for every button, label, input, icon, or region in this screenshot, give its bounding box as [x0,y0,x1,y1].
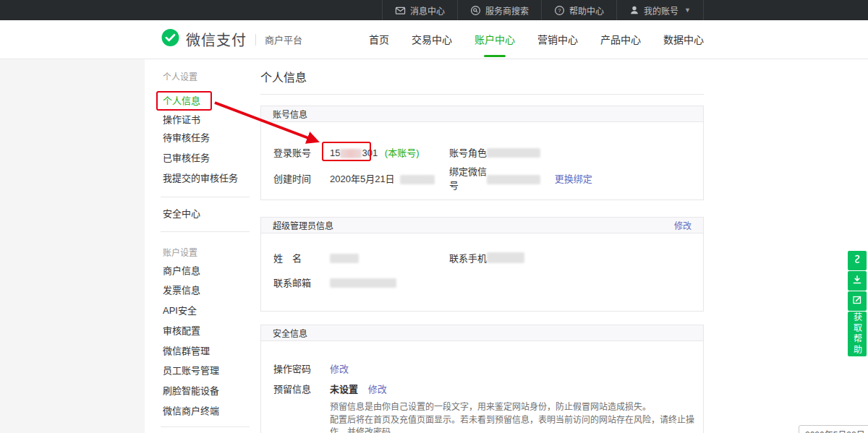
account-role-redacted [487,148,540,158]
sidebar-item-staff-account-mgmt[interactable]: 员工账号管理 [163,361,250,380]
page-body: 个人设置 个人信息 操作证书 待审核任务 已审核任务 我提交的审核任务 安全中心… [0,59,868,433]
sidebar-item-review-config[interactable]: 审核配置 [163,321,250,340]
admin-email-redacted [330,278,396,288]
sidebar-item-operation-certificate[interactable]: 操作证书 [163,110,250,129]
security-section-title: 安全信息 [273,327,307,339]
current-account-note: (本账号) [385,147,420,158]
super-admin-section-title: 超级管理员信息 [273,219,333,231]
created-time-label: 创建时间 [273,171,330,185]
created-time-value: 2020年5月21日 [330,173,395,184]
bound-wechat-redacted [487,175,540,184]
nav-home[interactable]: 首页 [369,33,389,47]
account-info-section: 账号信息 登录账号 15301 (本账号) 账号角色 创建时间 2020年5月2… [260,106,704,200]
sidebar-group-personal-settings: 个人设置 [163,70,250,85]
download-button[interactable] [848,271,867,291]
search-icon [470,5,481,16]
reserve-info-description: 预留信息是由你自己设置的一段文字，用来鉴定网站身份，防止假冒网站造成损失。 配置… [261,401,703,433]
nav-transaction-center[interactable]: 交易中心 [412,33,452,47]
reserve-info-label: 预留信息 [273,382,330,395]
sidebar-item-wechat-group-mgmt[interactable]: 微信群管理 [163,341,250,361]
nav-product-center[interactable]: 产品中心 [600,33,641,47]
account-info-section-title: 账号信息 [273,108,307,120]
admin-name-redacted [330,254,359,263]
sidebar-item-personal-info[interactable]: 个人信息 [163,91,250,111]
reserve-status: 未设置 [330,384,358,395]
sidebar-item-face-smart-device[interactable]: 刷脸智能设备 [163,381,250,400]
title-divider [260,94,704,95]
login-account-redacted [340,149,362,158]
message-center-link[interactable]: 消息中心 [382,0,457,20]
security-row-password: 操作密码 修改 [261,358,703,378]
account-row-created: 创建时间 2020年5月21日 绑定微信号 更换绑定 [261,164,703,188]
admin-phone-label: 联系手机 [449,251,487,265]
message-center-label: 消息中心 [410,4,445,17]
date-tooltip: 2020年5月22日 [799,425,868,433]
my-account-menu[interactable]: 我的账号 ▼ [616,0,704,20]
reserve-desc-line-2: 配置后将在首页及充值页面显示。若未看到预留信息，表明当前访问的网站存在风险，请终… [330,414,703,433]
reserve-edit-link[interactable]: 修改 [368,384,387,395]
my-account-label: 我的账号 [644,4,678,17]
operation-password-label: 操作密码 [273,361,330,375]
link-icon [851,254,863,268]
admin-email-label: 联系邮箱 [273,275,330,289]
sidebar-item-invoice-info[interactable]: 发票信息 [163,280,250,300]
download-icon [851,274,863,288]
change-binding-link[interactable]: 更换绑定 [555,173,592,184]
login-account-label: 登录账号 [273,145,330,159]
login-account-suffix: 301 [362,147,378,158]
sidebar-item-api-security[interactable]: API安全 [163,301,250,320]
primary-nav: 首页 交易中心 账户中心 营销中心 产品中心 数据中心 [369,33,704,47]
nav-account-center[interactable]: 账户中心 [475,33,515,47]
sidebar-divider [161,426,250,427]
sidebar-item-merchant-info[interactable]: 商户信息 [163,261,250,280]
admin-name-label: 姓 名 [273,251,330,265]
admin-row-email: 联系邮箱 [261,270,703,294]
feedback-button[interactable] [848,291,867,311]
super-admin-section: 超级管理员信息 修改 姓 名 联系手机 联系邮箱 [260,217,704,312]
chevron-down-icon: ▼ [684,7,691,14]
wechat-pay-logo-icon [161,28,180,51]
float-action-panel: 获取帮助 [848,251,867,356]
reserve-desc-line-1: 预留信息是由你自己设置的一段文字，用来鉴定网站身份，防止假冒网站造成损失。 [330,401,703,414]
brand-divider [255,34,256,46]
help-icon: ? [554,5,565,16]
svg-text:?: ? [558,7,561,14]
help-center-link[interactable]: ? 帮助中心 [541,0,616,20]
login-account-prefix: 15 [330,147,340,158]
sidebar-divider [161,231,250,232]
edit-icon [851,294,863,309]
wechat-pay-logo[interactable]: 微信支付 [161,28,247,51]
password-edit-link[interactable]: 修改 [330,364,349,374]
sidebar-item-reviewed-tasks[interactable]: 已审核任务 [163,148,250,168]
top-utility-bar: 消息中心 服务商搜索 ? 帮助中心 我的账号 ▼ [0,0,868,20]
sidebar-item-my-submitted-tasks[interactable]: 我提交的审核任务 [163,168,250,188]
bound-wechat-label: 绑定微信号 [449,164,487,192]
sidebar-item-pending-review-tasks[interactable]: 待审核任务 [163,128,250,147]
sidebar-group-account-settings: 账户设置 [163,246,250,260]
account-row-login: 登录账号 15301 (本账号) 账号角色 [261,140,703,164]
login-account-value: 15301 (本账号) [330,145,449,159]
admin-phone-redacted [487,252,524,263]
created-time-redacted [400,175,435,184]
security-info-section: 安全信息 操作密码 修改 预留信息 未设置 修改 预留信息是由你自己设置的一段文… [260,325,704,433]
portal-name: 商户平台 [265,33,302,46]
sidebar-item-wechat-merchant-terminal[interactable]: 微信商户终端 [163,401,250,421]
super-admin-edit-link[interactable]: 修改 [674,219,692,231]
sidebar-divider [161,197,250,197]
security-row-reserve: 预留信息 未设置 修改 [261,378,703,398]
nav-data-center[interactable]: 数据中心 [663,33,704,47]
get-help-button[interactable]: 获取帮助 [848,312,867,356]
mail-icon [395,5,406,16]
left-gray-panel [0,59,145,433]
user-icon [629,5,639,15]
provider-search-label: 服务商搜索 [485,4,529,17]
help-center-label: 帮助中心 [569,4,604,17]
provider-search-link[interactable]: 服务商搜索 [457,0,541,20]
admin-row-name-phone: 姓 名 联系手机 [261,245,703,270]
link-button[interactable] [848,251,867,270]
account-role-label: 账号角色 [449,145,487,159]
nav-marketing-center[interactable]: 营销中心 [537,33,578,47]
sidebar-item-security-center[interactable]: 安全中心 [163,204,250,223]
page-title: 个人信息 [260,68,307,85]
brand-name: 微信支付 [186,29,247,50]
